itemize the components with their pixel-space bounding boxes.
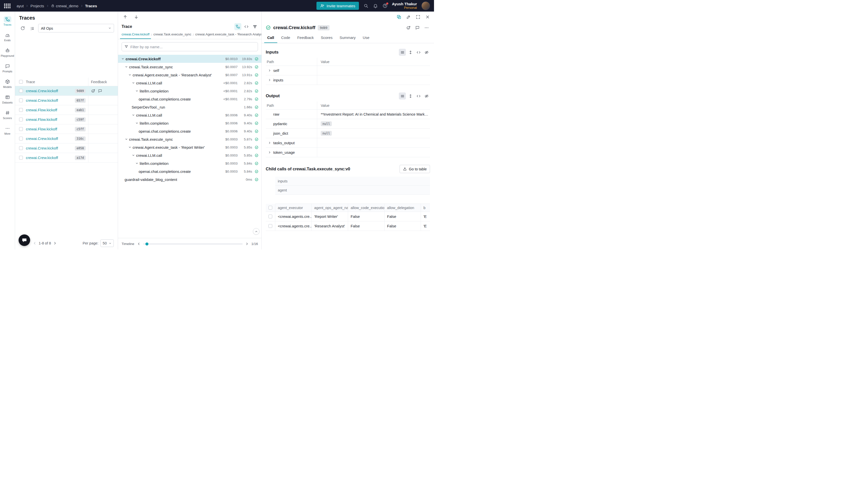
- caret-down-icon[interactable]: [124, 65, 128, 68]
- caret-down-icon[interactable]: [135, 89, 139, 93]
- timeline-slider[interactable]: [143, 243, 243, 244]
- flame-graph-view-icon[interactable]: [251, 23, 258, 30]
- op-filter-input[interactable]: [131, 45, 255, 49]
- breadcrumb-project[interactable]: crewai_demo: [51, 4, 78, 8]
- code-view-icon[interactable]: [415, 93, 422, 99]
- trace-tree-row[interactable]: SerperDevTool._run 1.66s: [118, 103, 261, 111]
- detail-tab[interactable]: Feedback: [294, 35, 317, 43]
- trace-tree-row[interactable]: crewai.LLM.call <$0.0001 2.82s: [118, 79, 261, 87]
- sidebar-item-evals[interactable]: Evals: [1, 30, 14, 44]
- expand-chevron-icon[interactable]: [267, 69, 272, 72]
- expand-chevron-icon[interactable]: [267, 78, 272, 82]
- sidebar-item-playground[interactable]: Playground: [1, 45, 14, 59]
- tree-view-icon[interactable]: [234, 23, 241, 30]
- user-menu[interactable]: Ayush Thakur Personal: [392, 2, 417, 10]
- detail-tab[interactable]: Code: [278, 35, 293, 43]
- row-checkbox[interactable]: [19, 98, 23, 102]
- caret-down-icon[interactable]: [121, 57, 125, 60]
- code-view-icon[interactable]: [415, 49, 422, 56]
- help-icon[interactable]: [383, 3, 387, 8]
- row-checkbox[interactable]: [269, 215, 272, 218]
- add-reaction-icon[interactable]: [405, 24, 412, 31]
- detail-tab[interactable]: Call: [264, 35, 277, 43]
- caret-down-icon[interactable]: [135, 162, 139, 165]
- previous-call-arrow-up-icon[interactable]: [122, 13, 128, 20]
- hide-values-eye-off-icon[interactable]: [423, 49, 430, 56]
- code-view-icon[interactable]: [243, 23, 250, 30]
- comment-icon[interactable]: [414, 24, 421, 31]
- edit-pencil-icon[interactable]: [405, 13, 412, 20]
- sidebar-item-datasets[interactable]: Datasets: [1, 92, 14, 106]
- next-call-arrow-down-icon[interactable]: [133, 13, 140, 20]
- close-icon[interactable]: [424, 13, 431, 20]
- trace-link[interactable]: crewai.Flow.kickoff: [26, 117, 57, 122]
- table-row[interactable]: tasks_output: [266, 138, 430, 148]
- row-checkbox[interactable]: [19, 118, 23, 121]
- trace-link[interactable]: crewai.Flow.kickoff: [26, 108, 57, 112]
- expand-chevron-icon[interactable]: [267, 151, 272, 154]
- caret-down-icon[interactable]: [131, 154, 136, 157]
- table-row[interactable]: token_usage: [266, 148, 430, 157]
- list-view-icon[interactable]: [399, 49, 406, 56]
- call-stack-tab[interactable]: crewai.Agent.execute_task - 'Research An…: [194, 33, 261, 39]
- caret-down-icon[interactable]: [135, 122, 139, 125]
- refresh-button[interactable]: [19, 25, 26, 32]
- add-reaction-icon[interactable]: [91, 89, 96, 93]
- caret-down-icon[interactable]: [131, 113, 136, 117]
- timeline-slider-thumb[interactable]: [146, 242, 148, 245]
- go-to-table-button[interactable]: Go to table: [400, 165, 430, 173]
- list-view-icon[interactable]: [399, 93, 406, 99]
- row-checkbox[interactable]: [19, 127, 23, 131]
- search-icon[interactable]: [363, 3, 369, 8]
- sidebar-item-models[interactable]: Models: [1, 76, 14, 90]
- trace-tree-row[interactable]: openai.chat.completions.create $0.0006 9…: [118, 127, 261, 135]
- row-checkbox[interactable]: [19, 89, 23, 93]
- caret-down-icon[interactable]: [127, 146, 132, 149]
- call-stack-tab[interactable]: crewai.Crew.kickoff: [120, 33, 151, 39]
- timeline-next-button[interactable]: [245, 242, 249, 246]
- per-page-select[interactable]: 50: [100, 240, 114, 247]
- table-row[interactable]: crewai.Crew.kickoff 9d89: [15, 86, 118, 96]
- caret-down-icon[interactable]: [124, 138, 128, 141]
- prev-page-button[interactable]: [33, 241, 37, 245]
- caret-down-icon[interactable]: [131, 82, 136, 84]
- fullscreen-icon[interactable]: [414, 13, 421, 20]
- table-row[interactable]: crewai.Flow.kickoff c59f: [15, 115, 118, 124]
- trace-link[interactable]: crewai.Crew.kickoff: [26, 146, 58, 150]
- comment-icon[interactable]: [98, 89, 102, 93]
- expand-chevron-icon[interactable]: [267, 141, 272, 145]
- row-checkbox[interactable]: [19, 137, 23, 141]
- trace-link[interactable]: crewai.Crew.kickoff: [26, 98, 58, 102]
- select-all-checkbox[interactable]: [19, 80, 23, 84]
- row-checkbox[interactable]: [19, 108, 23, 112]
- table-row[interactable]: crewai.Flow.kickoff eab1: [15, 105, 118, 115]
- detail-tab[interactable]: Use: [360, 35, 372, 43]
- sidebar-item-scorers[interactable]: Scorers: [1, 108, 14, 122]
- notifications-bell-icon[interactable]: [373, 3, 378, 8]
- expand-rows-icon[interactable]: [407, 93, 414, 99]
- table-row[interactable]: crewai.Crew.kickoff 657f: [15, 96, 118, 105]
- wandb-logo[interactable]: [4, 3, 11, 8]
- next-page-button[interactable]: [53, 241, 57, 245]
- avatar[interactable]: [421, 1, 430, 10]
- trace-tree-row[interactable]: crewai.LLM.call $0.0006 9.40s: [118, 111, 261, 119]
- collapse-timeline-button[interactable]: [253, 228, 259, 235]
- trace-link[interactable]: crewai.Flow.kickoff: [26, 127, 57, 131]
- table-row[interactable]: crewai.Crew.kickoff e058: [15, 144, 118, 153]
- overflow-menu-icon[interactable]: [423, 24, 430, 31]
- trace-tree-row[interactable]: crewai.Task.execute_sync $0.0003 5.87s: [118, 135, 261, 143]
- sidebar-item-more[interactable]: More: [1, 123, 14, 137]
- trace-tree-row[interactable]: crewai.Agent.execute_task - 'Research An…: [118, 71, 261, 79]
- open-drawer-icon[interactable]: [395, 13, 402, 20]
- chat-support-button[interactable]: [18, 234, 30, 246]
- timeline-prev-button[interactable]: [137, 242, 141, 246]
- hide-values-eye-off-icon[interactable]: [423, 93, 430, 99]
- table-row[interactable]: pydantic null: [266, 119, 430, 129]
- view-options-icon[interactable]: [29, 25, 36, 32]
- table-row[interactable]: self: [266, 66, 430, 75]
- expand-rows-icon[interactable]: [407, 49, 414, 56]
- ops-filter-dropdown[interactable]: All Ops: [38, 24, 114, 33]
- row-checkbox[interactable]: [19, 156, 23, 160]
- table-row[interactable]: json_dict null: [266, 129, 430, 138]
- table-row[interactable]: raw **Investment Report: AI in Chemical …: [266, 110, 430, 119]
